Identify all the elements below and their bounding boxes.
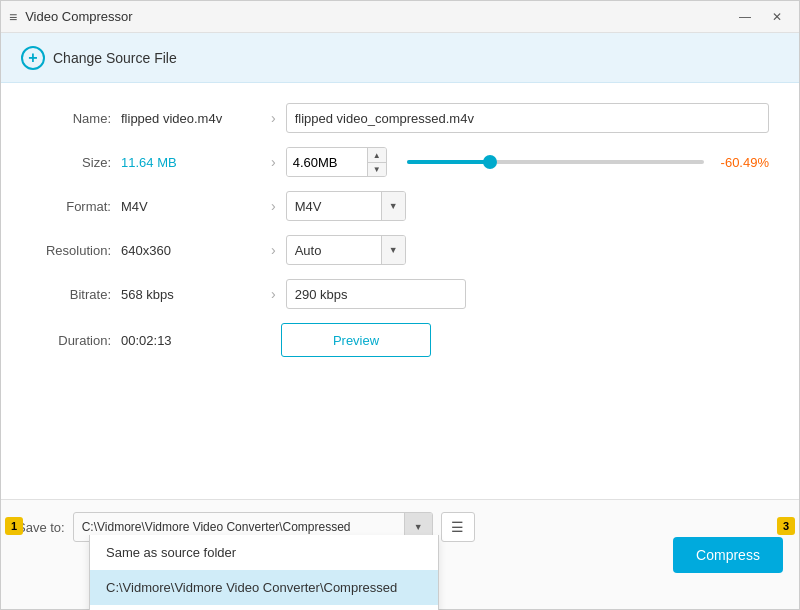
bitrate-arrow-icon: › xyxy=(271,286,276,302)
bitrate-output-input[interactable] xyxy=(286,279,466,309)
size-input-area: ▲ ▼ -60.49% xyxy=(286,147,769,177)
name-label: Name: xyxy=(31,111,121,126)
name-input-area xyxy=(286,103,769,133)
duration-value: 00:02:13 xyxy=(121,333,261,348)
size-input-wrap: ▲ ▼ xyxy=(286,147,387,177)
save-path-text: C:\Vidmore\Vidmore Video Converter\Compr… xyxy=(74,520,404,534)
size-slider-container: -60.49% xyxy=(407,155,769,170)
change-source-button[interactable]: + Change Source File xyxy=(13,42,185,74)
format-arrow-icon: › xyxy=(271,198,276,214)
size-output-input[interactable] xyxy=(287,148,367,176)
window-title: Video Compressor xyxy=(25,9,132,24)
badge-3: 3 xyxy=(777,517,795,535)
size-arrow-icon: › xyxy=(271,154,276,170)
bitrate-input-area xyxy=(286,279,769,309)
main-window: ≡ Video Compressor — ✕ + Change Source F… xyxy=(0,0,800,610)
name-output-input[interactable] xyxy=(286,103,769,133)
preview-button[interactable]: Preview xyxy=(281,323,431,357)
title-bar-left: ≡ Video Compressor xyxy=(9,9,133,25)
resolution-select[interactable]: Auto ▼ xyxy=(286,235,406,265)
badge-1: 1 xyxy=(5,517,23,535)
resolution-row: Resolution: 640x360 › Auto ▼ xyxy=(31,235,769,265)
slider-thumb[interactable] xyxy=(483,155,497,169)
duration-row: Duration: 00:02:13 Preview xyxy=(31,323,769,357)
arrow-icon: › xyxy=(271,110,276,126)
bitrate-label: Bitrate: xyxy=(31,287,121,302)
format-dropdown-arrow[interactable]: ▼ xyxy=(381,192,405,220)
minimize-button[interactable]: — xyxy=(731,6,759,28)
size-increment-button[interactable]: ▲ xyxy=(368,148,386,162)
format-select-text: M4V xyxy=(287,199,381,214)
save-to-label: Save to: xyxy=(17,520,65,535)
size-source-value: 11.64 MB xyxy=(121,155,261,170)
size-label: Size: xyxy=(31,155,121,170)
resolution-input-area: Auto ▼ xyxy=(286,235,769,265)
resolution-dropdown-arrow[interactable]: ▼ xyxy=(381,236,405,264)
main-content: Name: flipped video.m4v › Size: 11.64 MB… xyxy=(1,83,799,499)
name-row: Name: flipped video.m4v › xyxy=(31,103,769,133)
resolution-label: Resolution: xyxy=(31,243,121,258)
name-source-value: flipped video.m4v xyxy=(121,111,261,126)
resolution-arrow-icon: › xyxy=(271,242,276,258)
size-row: Size: 11.64 MB › ▲ ▼ xyxy=(31,147,769,177)
app-icon: ≡ xyxy=(9,9,17,25)
format-select[interactable]: M4V ▼ xyxy=(286,191,406,221)
folder-button[interactable]: ☰ xyxy=(441,512,475,542)
folder-icon: ☰ xyxy=(451,519,464,535)
size-percent: -60.49% xyxy=(714,155,769,170)
format-source-value: M4V xyxy=(121,199,261,214)
save-path-dropdown: Same as source folder C:\Vidmore\Vidmore… xyxy=(89,535,439,610)
close-button[interactable]: ✕ xyxy=(763,6,791,28)
dropdown-item-same-source[interactable]: Same as source folder xyxy=(90,535,438,570)
title-bar-controls: — ✕ xyxy=(731,6,791,28)
format-label: Format: xyxy=(31,199,121,214)
preview-area: Preview xyxy=(281,323,769,357)
dropdown-item-browse[interactable]: Browse and Select Folder xyxy=(90,605,438,610)
change-source-label: Change Source File xyxy=(53,50,177,66)
plus-circle-icon: + xyxy=(21,46,45,70)
title-bar: ≡ Video Compressor — ✕ xyxy=(1,1,799,33)
slider-track[interactable] xyxy=(407,160,704,164)
size-decrement-button[interactable]: ▼ xyxy=(368,162,386,176)
size-spinner: ▲ ▼ xyxy=(367,148,386,176)
bottom-bar: 1 Save to: C:\Vidmore\Vidmore Video Conv… xyxy=(1,499,799,609)
resolution-select-text: Auto xyxy=(287,243,381,258)
format-row: Format: M4V › M4V ▼ xyxy=(31,191,769,221)
resolution-source-value: 640x360 xyxy=(121,243,261,258)
bitrate-row: Bitrate: 568 kbps › xyxy=(31,279,769,309)
dropdown-item-vidmore-path[interactable]: C:\Vidmore\Vidmore Video Converter\Compr… xyxy=(90,570,438,605)
form-grid: Name: flipped video.m4v › Size: 11.64 MB… xyxy=(31,103,769,357)
duration-label: Duration: xyxy=(31,333,121,348)
slider-fill xyxy=(407,160,490,164)
bitrate-source-value: 568 kbps xyxy=(121,287,261,302)
toolbar: + Change Source File xyxy=(1,33,799,83)
format-input-area: M4V ▼ xyxy=(286,191,769,221)
compress-button[interactable]: Compress xyxy=(673,537,783,573)
